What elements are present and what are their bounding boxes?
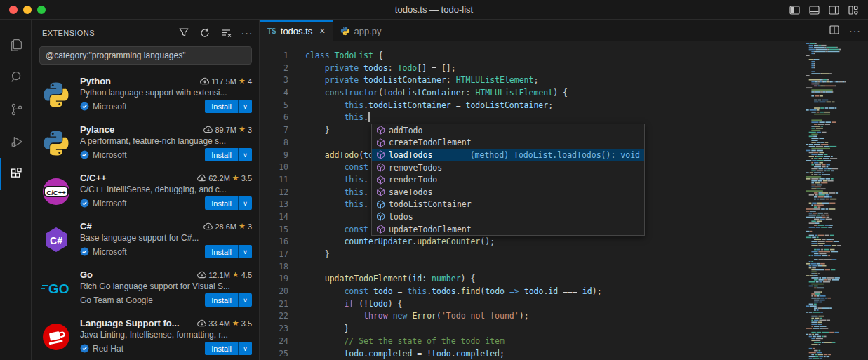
install-dropdown-icon[interactable]: ∨ — [238, 293, 252, 307]
install-button[interactable]: Install — [205, 342, 238, 355]
install-split-button: Install∨ — [205, 342, 252, 355]
python-file-icon — [340, 26, 350, 36]
search-icon[interactable] — [0, 61, 32, 93]
publisher-name: Red Hat — [93, 344, 123, 354]
star-icon: ★ — [239, 125, 246, 134]
code-line: 23 } — [260, 323, 868, 335]
extension-row[interactable]: C/C++C/C++62.2M★3.5C/C++ IntelliSense, d… — [32, 167, 259, 215]
line-number: 7 — [260, 124, 288, 137]
suggest-item[interactable]: addTodo — [372, 124, 644, 137]
suggest-item[interactable]: removeTodos — [372, 161, 644, 174]
extension-description: A performant, feature-rich language s... — [80, 136, 252, 146]
line-number: 3 — [260, 74, 288, 87]
line-number: 22 — [260, 310, 288, 323]
line-number: 14 — [260, 211, 288, 224]
code-line: 16 counterUpdater.updateCounter(); — [260, 236, 868, 248]
rating: 3 — [248, 222, 252, 231]
suggest-item[interactable]: saveTodos — [372, 186, 644, 199]
rating: 4 — [248, 77, 252, 86]
extensions-icon[interactable] — [0, 158, 32, 190]
extension-row[interactable]: Python117.5M★4Python language support wi… — [32, 70, 259, 119]
extension-name: Go — [80, 269, 197, 280]
code-line: 21 if (!todo) { — [260, 298, 868, 311]
toggle-primary-sidebar-icon[interactable] — [789, 6, 800, 15]
editor-more-actions-icon[interactable]: ··· — [849, 25, 861, 36]
install-split-button: Install∨ — [205, 148, 252, 161]
rating: 3.5 — [241, 174, 252, 182]
customize-layout-icon[interactable] — [848, 6, 858, 15]
download-count-icon — [203, 126, 213, 133]
extension-row[interactable]: GOGo12.1M★4.5Rich Go language support fo… — [32, 264, 259, 312]
line-number: 18 — [260, 261, 288, 274]
publisher-name: Microsoft — [93, 150, 127, 160]
extension-row[interactable]: C#C#28.6M★3Base language support for C#.… — [32, 215, 259, 264]
extension-description: Rich Go language support for Visual S... — [80, 281, 252, 291]
intellisense-suggest-widget: addTodocreateTodoElementloadTodos(method… — [371, 124, 645, 236]
star-icon: ★ — [232, 270, 239, 279]
install-dropdown-icon[interactable]: ∨ — [238, 100, 252, 113]
install-button[interactable]: Install — [205, 245, 238, 258]
extension-details: Go12.1M★4.5Rich Go language support for … — [80, 269, 252, 307]
suggest-item[interactable]: todoListContainer — [372, 199, 644, 211]
run-and-debug-icon[interactable] — [0, 126, 32, 158]
tab-todos-ts[interactable]: TS todos.ts × — [260, 20, 333, 41]
sidebar-title: EXTENSIONS — [42, 29, 178, 37]
split-editor-icon[interactable] — [829, 25, 839, 37]
toggle-secondary-sidebar-icon[interactable] — [829, 6, 839, 15]
extension-description: Base language support for C#... — [80, 233, 252, 243]
suggest-item[interactable]: createTodoElement — [372, 137, 644, 149]
extensions-search-input[interactable] — [40, 51, 251, 60]
code-line: 25 todo.completed = !todo.completed; — [260, 348, 868, 360]
close-window-button[interactable] — [9, 6, 18, 14]
suggest-label: todos — [389, 212, 413, 222]
line-number: 8 — [260, 137, 288, 149]
refresh-icon[interactable] — [199, 27, 211, 39]
editor-group: TS todos.ts × app.py ··· 1class TodoList… — [260, 20, 868, 360]
code-line: 1class TodoList { — [260, 50, 868, 62]
method-icon — [375, 174, 386, 185]
method-icon — [375, 137, 386, 148]
close-tab-icon[interactable]: × — [319, 25, 325, 36]
toggle-panel-icon[interactable] — [809, 6, 820, 15]
cpp-extension-icon: C/C++ — [41, 176, 72, 207]
more-actions-icon[interactable]: ··· — [241, 27, 253, 39]
extension-row[interactable]: Pylance89.7M★3A performant, feature-rich… — [32, 119, 259, 167]
suggest-label: updateTodoElement — [389, 225, 472, 234]
suggest-label: addTodo — [389, 126, 422, 135]
filter-extensions-icon[interactable] — [178, 27, 190, 39]
install-dropdown-icon[interactable]: ∨ — [238, 196, 252, 210]
explorer-icon[interactable] — [0, 29, 32, 61]
install-button[interactable]: Install — [205, 148, 238, 161]
extension-name: Pylance — [80, 124, 203, 135]
line-number: 16 — [260, 236, 288, 248]
tab-app-py[interactable]: app.py — [333, 20, 389, 41]
line-number: 2 — [260, 62, 288, 75]
install-button[interactable]: Install — [205, 100, 238, 113]
code-line: 20 const todo = this.todos.find(todo => … — [260, 286, 868, 298]
tab-label: todos.ts — [281, 26, 313, 36]
extension-row[interactable]: Language Support fo...33.4M★3.5Java Lint… — [32, 312, 259, 360]
activity-bar — [0, 20, 32, 360]
install-dropdown-icon[interactable]: ∨ — [238, 148, 252, 161]
java-extension-icon — [41, 321, 72, 352]
download-count: 12.1M — [208, 271, 230, 279]
star-icon: ★ — [232, 173, 239, 182]
clear-search-results-icon[interactable] — [220, 27, 232, 39]
extension-details: Python117.5M★4Python language support wi… — [80, 76, 252, 113]
method-icon — [375, 162, 386, 173]
minimap[interactable] — [803, 41, 868, 360]
suggest-label: createTodoElement — [389, 138, 472, 147]
minimize-window-button[interactable] — [23, 6, 32, 14]
suggest-item[interactable]: loadTodos(method) TodoList.loadTodos(): … — [372, 149, 644, 161]
install-button[interactable]: Install — [205, 293, 238, 307]
suggest-item[interactable]: updateTodoElement — [372, 223, 644, 236]
install-dropdown-icon[interactable]: ∨ — [238, 245, 252, 258]
suggest-item[interactable]: renderTodo — [372, 173, 644, 186]
title-bar: todos.ts — todo-list — [0, 0, 868, 20]
source-control-icon[interactable] — [0, 93, 32, 126]
install-dropdown-icon[interactable]: ∨ — [238, 342, 252, 355]
zoom-window-button[interactable] — [37, 6, 46, 14]
suggest-item[interactable]: todos — [372, 211, 644, 223]
install-button[interactable]: Install — [205, 196, 238, 210]
extension-details: C/C++62.2M★3.5C/C++ IntelliSense, debugg… — [80, 173, 252, 210]
